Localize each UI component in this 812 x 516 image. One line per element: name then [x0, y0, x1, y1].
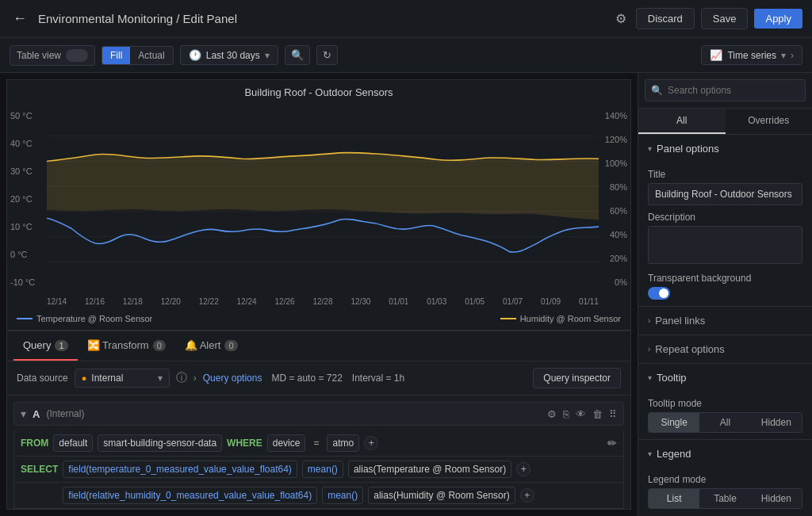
legend-mode-label: Legend mode — [648, 474, 802, 485]
query-toolbar: Data source ● Internal ▾ ⓘ › Query optio… — [7, 361, 630, 396]
datasource-select[interactable]: ● Internal ▾ — [75, 369, 170, 388]
humidity-legend-line — [500, 318, 516, 319]
select-mean-1[interactable]: mean() — [302, 461, 343, 478]
main-layout: Building Roof - Outdoor Sensors 50 °C 40… — [0, 73, 812, 516]
panel-title-input[interactable] — [648, 183, 802, 205]
tab-all[interactable]: All — [638, 109, 726, 134]
where-field[interactable]: device — [267, 434, 306, 452]
tooltip-chevron-icon: ▾ — [648, 373, 652, 382]
row-collapse-icon[interactable]: ▾ — [21, 407, 26, 420]
back-button[interactable]: ← — [10, 7, 30, 30]
chart-canvas: 50 °C 40 °C 30 °C 20 °C 10 °C 0 °C -10 °… — [7, 105, 630, 311]
tooltip-header[interactable]: ▾ Tooltip — [638, 364, 812, 392]
viz-type-selector[interactable]: 📈 Time series ▾ › — [701, 45, 802, 65]
query-expand-icon[interactable]: › — [193, 373, 197, 384]
query-row-header: ▾ A (Internal) ⚙ ⎘ 👁 🗑 ⠿ — [13, 402, 624, 426]
tooltip-mode-group: Single All Hidden — [648, 412, 802, 433]
select-add-1[interactable]: + — [516, 462, 530, 476]
query-badge: 1 — [55, 340, 67, 351]
panel-description-input[interactable] — [648, 226, 802, 264]
from-default[interactable]: default — [53, 434, 93, 452]
query-options-link[interactable]: Query options — [203, 373, 262, 384]
tooltip-single-button[interactable]: Single — [649, 413, 699, 432]
tab-alert[interactable]: 🔔 Alert 0 — [175, 331, 247, 361]
panel-options-label: Panel options — [657, 143, 719, 155]
row-label: A — [33, 408, 40, 420]
fill-button[interactable]: Fill — [102, 47, 130, 64]
right-panel: 🔍 All Overrides ▾ Panel options Title De… — [638, 73, 812, 516]
zoom-button[interactable]: 🔍 — [285, 45, 310, 65]
ds-chevron-icon: ▾ — [158, 373, 163, 384]
row-copy-icon[interactable]: ⎘ — [563, 408, 569, 420]
select-mean-2[interactable]: mean() — [322, 487, 363, 504]
row-settings-icon[interactable]: ⚙ — [547, 408, 557, 420]
select-alias-1[interactable]: alias(Temperature @ Room Sensor) — [348, 461, 511, 478]
panel-options-section: ▾ Panel options Title Description Transp… — [638, 135, 812, 307]
tooltip-all-button[interactable]: All — [699, 413, 750, 432]
select-alias-2[interactable]: alias(Humidity @ Room Sensor) — [368, 487, 515, 504]
repeat-options-section[interactable]: › Repeat options — [638, 335, 812, 364]
transparent-toggle[interactable] — [648, 287, 670, 300]
select-add-2[interactable]: + — [520, 488, 534, 503]
chart-svg — [47, 111, 599, 287]
tooltip-label: Tooltip — [657, 372, 687, 384]
select-field-2[interactable]: field(relative_humidity_0_measured_value… — [63, 487, 317, 504]
query-body: FROM default smart-building-sensor-data … — [13, 430, 624, 510]
actual-button[interactable]: Actual — [130, 47, 172, 64]
time-range-label: Last 30 days — [206, 50, 260, 61]
legend-list-button[interactable]: List — [649, 489, 699, 508]
header: ← Environmental Monitoring / Edit Panel … — [0, 0, 812, 38]
from-table[interactable]: smart-building-sensor-data — [98, 434, 222, 452]
tooltip-mode-label: Tooltip mode — [648, 398, 802, 409]
apply-button[interactable]: Apply — [754, 9, 802, 29]
transparent-label: Transparent background — [648, 273, 802, 284]
from-edit-icon[interactable]: ✏ — [607, 437, 617, 449]
table-view-switch[interactable] — [66, 49, 88, 62]
tab-query[interactable]: Query 1 — [13, 331, 78, 361]
search-input[interactable] — [645, 79, 806, 101]
legend-header[interactable]: ▾ Legend — [638, 440, 812, 468]
panel-options-header[interactable]: ▾ Panel options — [638, 135, 812, 162]
repeat-options-label: Repeat options — [655, 343, 724, 355]
where-val[interactable]: atmo — [327, 434, 359, 452]
query-help-icon[interactable]: ⓘ — [176, 371, 187, 385]
tooltip-content: Tooltip mode Single All Hidden — [638, 392, 812, 439]
tooltip-hidden-button[interactable]: Hidden — [751, 413, 802, 432]
settings-button[interactable]: ⚙ — [612, 8, 630, 29]
legend-chevron-icon: ▾ — [648, 449, 652, 458]
refresh-button[interactable]: ↻ — [316, 45, 338, 65]
panel-links-label: Panel links — [655, 315, 705, 327]
humidity-legend-label: Humidity @ Room Sensor — [520, 314, 621, 323]
time-range-picker[interactable]: 🕐 Last 30 days ▾ — [180, 45, 278, 65]
save-button[interactable]: Save — [701, 8, 749, 29]
group-by-row: GROUP BY time($_interval) fill(linear) + — [14, 509, 623, 510]
table-view-label: Table view — [17, 50, 61, 61]
search-box: 🔍 — [638, 73, 812, 109]
query-tabs: Query 1 🔀 Transform 0 🔔 Alert 0 — [7, 331, 630, 361]
chart-legend: Temperature @ Room Sensor Humidity @ Roo… — [7, 311, 630, 330]
where-add-button[interactable]: + — [364, 436, 378, 450]
header-left: ← Environmental Monitoring / Edit Panel — [10, 7, 237, 30]
transform-tab-label: 🔀 Transform — [87, 339, 149, 351]
table-view-toggle[interactable]: Table view — [10, 45, 95, 66]
discard-button[interactable]: Discard — [636, 8, 695, 29]
select-field-1[interactable]: field(temperature_0_measured_value_value… — [63, 461, 297, 478]
legend-hidden-button[interactable]: Hidden — [751, 489, 802, 508]
chart-title: Building Roof - Outdoor Sensors — [7, 80, 630, 105]
legend-item-temperature: Temperature @ Room Sensor — [17, 314, 152, 323]
from-row: FROM default smart-building-sensor-data … — [14, 430, 623, 457]
x-axis: 12/14 12/16 12/18 12/20 12/22 12/24 12/2… — [47, 297, 599, 306]
panel-links-chevron-icon: › — [648, 316, 650, 325]
row-eye-icon[interactable]: 👁 — [576, 408, 586, 420]
query-inspector-button[interactable]: Query inspector — [533, 368, 621, 388]
row-drag-icon[interactable]: ⠿ — [609, 408, 617, 420]
fill-actual-group: Fill Actual — [102, 46, 174, 65]
panel-links-section[interactable]: › Panel links — [638, 307, 812, 335]
tab-transform[interactable]: 🔀 Transform 0 — [78, 331, 175, 361]
ds-value: Internal — [91, 373, 123, 384]
row-delete-icon[interactable]: 🗑 — [592, 408, 603, 420]
legend-item-humidity: Humidity @ Room Sensor — [500, 314, 621, 323]
legend-table-button[interactable]: Table — [699, 489, 750, 508]
tab-overrides[interactable]: Overrides — [726, 109, 813, 134]
ds-label: Data source — [17, 373, 68, 384]
